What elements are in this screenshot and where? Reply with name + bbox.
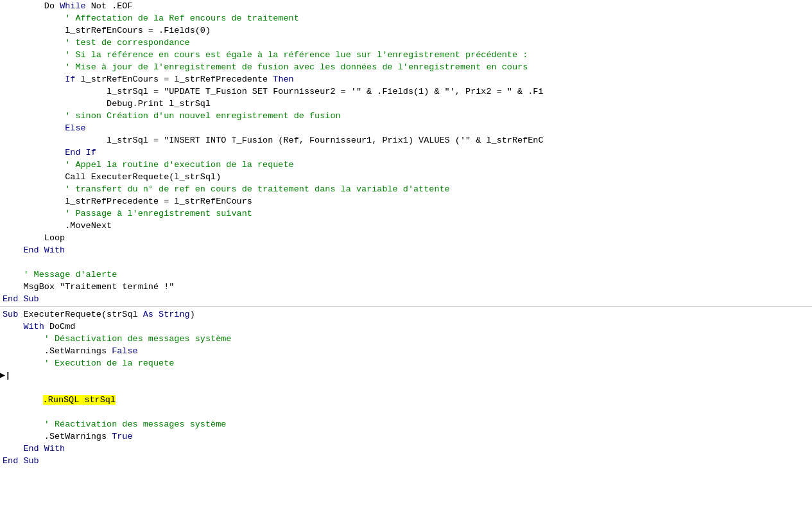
section-separator	[0, 306, 812, 307]
line-12: l_strSql = "INSERT INTO T_Fusion (Ref, F…	[0, 134, 812, 146]
line-s2-5: ' Execution de la requete	[0, 357, 812, 369]
line-s2-2: With DoCmd	[0, 321, 812, 333]
line-6: ' Mise à jour de l'enregistrement de fus…	[0, 61, 812, 73]
line-2: ' Affectation de la Ref encours de trait…	[0, 12, 812, 24]
line-8: l_strSql = "UPDATE T_Fusion SET Fourniss…	[0, 85, 812, 98]
line-24: MsgBox "Traitement terminé !"	[0, 281, 812, 293]
code-editor: Do While Not .EOF ' Affectation de la Re…	[0, 0, 812, 512]
line-1: Do While Not .EOF	[0, 0, 812, 12]
line-25: End Sub	[0, 293, 812, 305]
line-22	[0, 256, 812, 269]
line-9: Debug.Print l_strSql	[0, 98, 812, 110]
line-s2-9: End With	[0, 443, 812, 455]
line-4: ' test de correspondance	[0, 37, 812, 49]
line-s2-7: ' Réactivation des messages système	[0, 418, 812, 430]
line-17: l_strRefPrecedente = l_strRefEnCours	[0, 195, 812, 207]
line-s2-10: End Sub	[0, 455, 812, 467]
line-18: ' Passage à l'enregistrement suivant	[0, 207, 812, 220]
line-23: ' Message d'alerte	[0, 269, 812, 281]
line-3: l_strRefEnCours = .Fields(0)	[0, 24, 812, 37]
line-11: Else	[0, 122, 812, 134]
line-20: Loop	[0, 232, 812, 244]
line-s2-3: ' Désactivation des messages système	[0, 333, 812, 345]
line-s2-1: Sub ExecuterRequete(strSql As String)	[0, 308, 812, 321]
line-5: ' Si la référence en cours est égale à l…	[0, 49, 812, 61]
line-16: ' transfert du n° de ref en cours de tra…	[0, 183, 812, 195]
line-21: End With	[0, 244, 812, 256]
line-15: Call ExecuterRequete(l_strSql)	[0, 171, 812, 183]
line-19: .MoveNext	[0, 220, 812, 232]
line-10: ' sinon Création d'un nouvel enregistrem…	[0, 110, 812, 122]
line-14: ' Appel la routine d'execution de la req…	[0, 159, 812, 171]
code-section-2: Sub ExecuterRequete(strSql As String) Wi…	[0, 308, 812, 467]
line-s2-6: ▶| .RunSQL strSql	[0, 369, 812, 418]
code-section-1: Do While Not .EOF ' Affectation de la Re…	[0, 0, 812, 305]
line-s2-8: .SetWarnings True	[0, 430, 812, 443]
line-13: End If	[0, 146, 812, 159]
line-s2-4: .SetWarnings False	[0, 345, 812, 357]
line-7: If l_strRefEnCours = l_strRefPrecedente …	[0, 73, 812, 85]
